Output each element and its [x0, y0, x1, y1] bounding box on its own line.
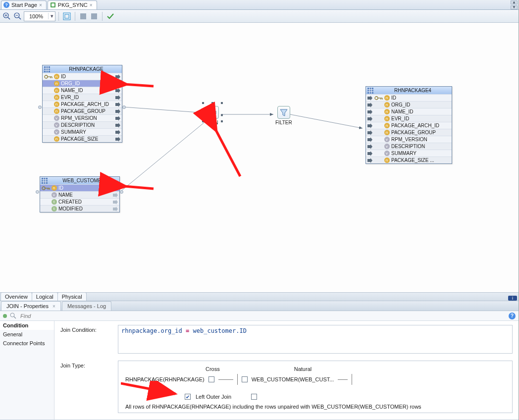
input-connector-icon[interactable]: [367, 123, 374, 128]
column-name: DESCRIPTION: [391, 144, 451, 149]
tab-physical[interactable]: Physical: [57, 292, 87, 301]
column-row[interactable]: nPACKAGE_ARCH_ID: [43, 101, 122, 107]
output-connector-icon[interactable]: [114, 123, 121, 128]
column-row[interactable]: nPACKAGE_GROUP: [43, 107, 122, 114]
tab-join-properties[interactable]: JOIN - Properties ×: [1, 301, 61, 311]
scroll-down-icon[interactable]: ▼: [511, 5, 518, 9]
output-connector-icon[interactable]: [114, 81, 121, 86]
close-icon[interactable]: ×: [52, 304, 55, 309]
output-connector-icon[interactable]: [114, 137, 121, 142]
join-node[interactable]: JOIN: [206, 106, 219, 125]
column-row[interactable]: nNAME_ID: [366, 108, 452, 115]
column-row[interactable]: nPACKAGE_ARCH_ID: [366, 122, 452, 129]
column-row[interactable]: vNAME: [40, 191, 119, 198]
output-connector-icon[interactable]: [111, 207, 118, 211]
natural-checkbox[interactable]: [242, 376, 248, 382]
zoom-out-button[interactable]: [13, 11, 23, 21]
tab-overview[interactable]: Overview: [0, 292, 32, 301]
column-row[interactable]: tMODIFIED: [40, 205, 119, 212]
nav-connector[interactable]: Connector Points: [0, 339, 54, 348]
output-connector-icon[interactable]: [114, 74, 121, 79]
table-node-rhnpackage[interactable]: RHNPACKAGEnIDnORG_IDnNAME_IDnEVR_IDnPACK…: [42, 65, 122, 143]
column-row[interactable]: nID: [43, 73, 122, 80]
column-row[interactable]: nPACKAGE_SIZE ...: [366, 157, 452, 163]
column-row[interactable]: nORG_ID: [43, 80, 122, 87]
column-row[interactable]: vRPM_VERSION: [43, 114, 122, 121]
column-row[interactable]: nORG_ID: [366, 101, 452, 108]
tab-messages-log[interactable]: Messages - Log: [62, 301, 111, 311]
tab-logical[interactable]: Logical: [32, 292, 58, 301]
datatype-icon: v: [53, 122, 59, 128]
column-row[interactable]: nID: [366, 94, 452, 101]
input-connector-icon[interactable]: [367, 158, 374, 163]
cross-checkbox[interactable]: [208, 376, 214, 382]
column-name: EVR_ID: [391, 116, 451, 121]
output-port[interactable]: [122, 105, 126, 109]
input-connector-icon[interactable]: [367, 130, 374, 135]
close-icon[interactable]: ×: [90, 2, 93, 8]
nav-general[interactable]: General: [0, 330, 54, 339]
output-connector-icon[interactable]: [114, 116, 121, 121]
join-condition-input[interactable]: rhnpackage.org_id = web_customer.ID: [118, 325, 513, 354]
layout-button-1[interactable]: [78, 11, 88, 21]
right-outer-checkbox[interactable]: [251, 394, 257, 400]
output-connector-icon[interactable]: [114, 102, 121, 107]
scroll-up-icon[interactable]: ▲: [511, 0, 518, 4]
column-row[interactable]: nPACKAGE_SIZE: [43, 135, 122, 142]
column-row[interactable]: tCREATED: [40, 198, 119, 205]
datatype-icon: n: [384, 158, 390, 163]
table-node-web-customer[interactable]: WEB_CUSTOMERnIDvNAMEtCREATEDtMODIFIED: [40, 176, 120, 212]
output-connector-icon[interactable]: [114, 95, 121, 100]
tab-label: JOIN - Properties: [6, 303, 49, 309]
input-connector-icon[interactable]: [367, 144, 374, 149]
table-header[interactable]: RHNPACKAGE: [43, 65, 122, 73]
layout-button-2[interactable]: [89, 11, 99, 21]
input-connector-icon[interactable]: [367, 137, 374, 142]
output-port[interactable]: [120, 190, 123, 194]
output-connector-icon[interactable]: [111, 200, 118, 205]
input-port[interactable]: [36, 190, 39, 194]
mapping-canvas[interactable]: RHNPACKAGEnIDnORG_IDnNAME_IDnEVR_IDnPACK…: [0, 23, 519, 292]
column-row[interactable]: nID: [40, 184, 119, 191]
column-row[interactable]: nNAME_ID: [43, 87, 122, 94]
zoom-combo[interactable]: 100% ▾: [24, 11, 55, 21]
filter-node[interactable]: FILTER: [275, 106, 292, 125]
output-connector-icon[interactable]: [114, 88, 121, 93]
output-connector-icon[interactable]: [111, 186, 118, 191]
column-row[interactable]: nPACKAGE_GROUP: [366, 129, 452, 136]
input-connector-icon[interactable]: [367, 151, 374, 156]
fit-window-button[interactable]: [62, 11, 72, 21]
column-row[interactable]: nEVR_ID: [43, 94, 122, 101]
input-connector-icon[interactable]: [367, 103, 374, 107]
output-connector-icon[interactable]: [114, 109, 121, 114]
input-connector-icon[interactable]: [367, 116, 374, 121]
column-row[interactable]: nEVR_ID: [366, 115, 452, 122]
input-connector-icon[interactable]: [367, 109, 374, 114]
output-connector-icon[interactable]: [111, 193, 118, 198]
zoom-in-button[interactable]: [2, 11, 12, 21]
datatype-icon: v: [384, 144, 390, 149]
nav-condition[interactable]: Condition: [0, 321, 54, 330]
column-row[interactable]: vSUMMARY: [366, 150, 452, 157]
datatype-icon: n: [384, 116, 390, 121]
chevron-down-icon[interactable]: ▾: [48, 13, 55, 19]
column-row[interactable]: vSUMMARY: [43, 128, 122, 135]
input-connector-icon[interactable]: [367, 96, 374, 101]
validate-button[interactable]: [105, 11, 115, 21]
info-badge[interactable]: i: [508, 296, 517, 301]
column-row[interactable]: vDESCRIPTION: [43, 121, 122, 128]
column-row[interactable]: vDESCRIPTION: [366, 143, 452, 150]
tab-start-page[interactable]: ? Start Page ×: [1, 0, 47, 9]
left-outer-checkbox[interactable]: [185, 394, 191, 400]
find-input[interactable]: [19, 313, 506, 319]
output-connector-icon[interactable]: [114, 130, 121, 135]
datatype-icon: v: [384, 151, 390, 157]
table-node-rhnpackage4[interactable]: RHNPACKAGE4nIDnORG_IDnNAME_IDnEVR_IDnPAC…: [365, 86, 452, 164]
help-icon[interactable]: ?: [509, 313, 516, 319]
tab-pkg-sync[interactable]: PKG_SYNC ×: [48, 0, 97, 9]
close-icon[interactable]: ×: [39, 2, 42, 8]
column-row[interactable]: vRPM_VERSION: [366, 136, 452, 143]
input-port[interactable]: [38, 105, 42, 109]
table-header[interactable]: WEB_CUSTOMER: [40, 177, 119, 184]
table-header[interactable]: RHNPACKAGE4: [366, 87, 452, 94]
